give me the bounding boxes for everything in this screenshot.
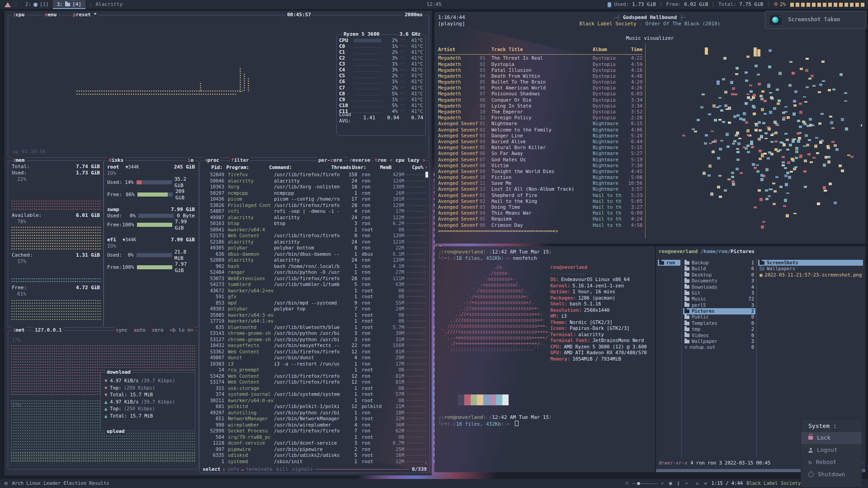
proc-signals-key[interactable]: signals — [292, 466, 313, 473]
process-row[interactable]: 998wireplumber /usr/bin/wireplumber4 ron… — [202, 422, 428, 428]
process-row[interactable]: 54273tumblerd /usr/lib/tumbler-1/tumb5 r… — [202, 282, 428, 288]
track-row[interactable]: Megadeth04 Death From Within Dystopia 4:… — [438, 73, 642, 79]
track-row[interactable]: Avenged Sevenf02 Welcome to the Family N… — [438, 127, 642, 133]
proc-sort-mode[interactable]: < cpu lazy > — [388, 157, 427, 164]
process-row[interactable]: 49303polybar polybar top7 ron24M 0.0 — [202, 306, 428, 312]
dir-entry[interactable]: ≡nohup.out0 — [683, 344, 755, 350]
track-row[interactable]: Megadeth07 Poisonous Shadows Dystopia 6:… — [438, 91, 642, 97]
update-interval[interactable]: 2000ms — [403, 12, 424, 18]
process-row[interactable]: 374systemd-journal /usr/lib/systemd/syst… — [202, 391, 428, 398]
menu-item-shutdown[interactable]: Shutdown — [801, 469, 862, 481]
playlist-pane[interactable]: Artist Track Title Album Time Megadeth01… — [438, 47, 642, 234]
process-row[interactable]: 53362Web Content /usr/lib/firefox/firefo… — [202, 349, 428, 355]
proc-terminate-key[interactable]: terminate — [246, 466, 273, 473]
btop-disks-panel[interactable]: disks io root▼344K245 GiB IO% · · · Used… — [103, 160, 199, 328]
ranger-home-column[interactable]: Backup1Build6Desktop0Documents3Downloads… — [683, 260, 755, 351]
track-row[interactable]: Megadeth09 Lying In State Dystopia 3:34 — [438, 103, 642, 109]
dir-entry[interactable]: ▣2022-03-11-21:57:23-screenshot.png — [758, 272, 863, 278]
process-row[interactable]: 635bluetoothd /usr/lib/bluetooth/blue1 r… — [202, 324, 428, 331]
dir-entry[interactable]: Build6 — [683, 266, 755, 272]
process-row[interactable]: 591gfx 1 root0B 0.5 — [202, 294, 428, 300]
track-row[interactable]: Avenged Sevenf05 Natural Born Killer Nig… — [438, 145, 642, 150]
btop-proc-panel[interactable]: 4proc filter per-core reverse tree < cpu… — [199, 160, 430, 473]
dir-entry[interactable]: Pictures2 — [683, 308, 755, 314]
dir-entry[interactable]: Wallpapers — [758, 266, 863, 272]
track-row[interactable]: Avenged Sevenf11 Save Me Nightmare 10:56 — [438, 180, 642, 186]
process-list[interactable]: 52849firefox /usr/lib/firefox/firefo158 … — [200, 171, 429, 465]
track-row[interactable]: Megadeth08 Conquer Or Die Dystopia 3:34 — [438, 97, 642, 103]
track-row[interactable]: Avenged Sevenf06 Crimson Day Hail to th … — [438, 222, 642, 228]
track-row[interactable]: Avenged Sevenf04 Buried Alive Nightmare … — [438, 139, 642, 145]
ranger-preview-column[interactable]: ScreenShotsWallpapers▣2022-03-11-21:57:2… — [758, 260, 863, 278]
dir-entry[interactable]: Public0 — [683, 314, 755, 320]
track-row[interactable]: Avenged Sevenf05 Requiem Hail to th 4:24 — [438, 216, 642, 222]
screenshot-notification[interactable]: Screenshot Taken — [765, 11, 866, 29]
process-row[interactable]: 10363Xorg /usr/lib/Xorg -nolisten18 ron1… — [202, 184, 428, 190]
proc-percore-toggle[interactable]: per-core — [317, 157, 344, 164]
process-row[interactable]: 53127chrome-gnome-sh /usr/bin/python /us… — [202, 337, 428, 343]
dir-entry[interactable]: perl53 — [683, 302, 755, 308]
process-row[interactable]: 1systemd /sbin/init1 root12M 0.0 — [202, 459, 428, 465]
proc-reverse-toggle[interactable]: reverse — [348, 157, 372, 164]
process-row[interactable]: 53174Web Content /usr/lib/firefox/firefo… — [202, 379, 428, 385]
process-row[interactable]: 52186alacritty alacritty24 ron121M 0.0 — [202, 239, 428, 245]
track-row[interactable]: Megadeth03 Fatal Illusion Dystopia 4:16 — [438, 67, 642, 73]
process-row[interactable]: 50046alacritty alacritty24 ron124M 9.0 — [202, 178, 428, 184]
dir-entry[interactable]: Documents3 — [683, 278, 755, 284]
process-row[interactable]: 30211kworker/u64:0-ev 1 root0B 0.0 — [202, 398, 428, 404]
process-row[interactable]: 584irq/79-rtw88_pc 1 root0B 0.0 — [202, 434, 428, 441]
dir-entry[interactable]: Videos0 — [683, 333, 755, 338]
dir-entry[interactable]: Templates0 — [683, 320, 755, 326]
process-row[interactable]: 43672kworker/u64:2+ev 1 root0B 0.5 — [202, 288, 428, 294]
process-row[interactable]: 636dbus-daemon /usr/bin/dbus-daemon --1 … — [202, 251, 428, 258]
process-row[interactable]: 54807rofi rofi -sep | -dmenu -i -4 ron17… — [202, 208, 428, 215]
process-row[interactable]: 53026Privileged Cont /usr/lib/firefox/fi… — [202, 202, 428, 209]
track-row[interactable]: Avenged Sevenf10 Fiction Nightmare 5:08 — [438, 174, 642, 180]
proc-scrollbar-thumb[interactable] — [425, 172, 428, 178]
track-row[interactable]: Avenged Sevenf01 Nightmare Nightmare 6:1… — [438, 121, 642, 127]
proc-filter-button[interactable]: filter — [230, 157, 250, 164]
track-row[interactable]: Avenged Sevenf04 This Means War Hail to … — [438, 210, 642, 216]
track-row[interactable]: Megadeth05 Bullet To The Brain Dystopia … — [438, 79, 642, 85]
menu-item-reboot[interactable]: ↻Reboot — [801, 456, 862, 469]
process-row[interactable]: 10436picom picom --config /home/ro17 ron… — [202, 196, 428, 202]
proc-kill-key[interactable]: kill — [276, 466, 288, 473]
track-row[interactable]: Megadeth02 Dystopia Dystopia 4:59 — [438, 61, 642, 67]
btop-cpu-panel[interactable]: 1cpu menu preset * 00:45:57 2000ms up 01… — [8, 15, 429, 158]
track-row[interactable]: Megadeth01 The Threat Is Real Dystopia 4… — [438, 56, 642, 61]
process-row[interactable]: 53428Web Content /usr/lib/firefox/firefo… — [202, 373, 428, 380]
dir-entry[interactable]: Git3 — [683, 290, 755, 296]
process-row[interactable]: 17719kworker/u64:1-ev 1 root0B 1.0 — [202, 318, 428, 324]
process-row[interactable]: 10383i3 i3 -a --restart /run/us1 ron17M … — [202, 361, 428, 367]
track-row[interactable]: Megadeth06 Post American World Dystopia … — [438, 85, 642, 91]
btop-net-panel[interactable]: 3net 127.0.0.1 sync auto zero <b lo n> 1… — [8, 330, 199, 469]
dir-entry[interactable]: Downloads4 — [683, 284, 755, 290]
process-row[interactable]: 50163btop btop3 ron6.2M 0.0 — [202, 221, 428, 227]
process-row[interactable]: 53073WebExtensions /usr/lib/firefox/fire… — [202, 276, 428, 282]
btop-mem-panel[interactable]: 2mem Total:7.74 GiB Used:1.73 GiB 22% Av… — [8, 160, 104, 328]
dir-entry[interactable]: Desktop0 — [683, 272, 755, 278]
process-row[interactable]: 35085kworker/u64:3-ev 1 root0B 0.0 — [202, 312, 428, 319]
track-row[interactable]: Avenged Sevenf07 God Hates Us Nightmare … — [438, 157, 642, 163]
track-row[interactable]: Avenged Sevenf03 Danger Line Nightmare 5… — [438, 133, 642, 139]
process-row[interactable]: 6335udisksd /usr/lib/udisks2/udisks5 roo… — [202, 452, 428, 459]
track-row[interactable]: Avenged Sevenf01 Shepherd of Fire Hail t… — [438, 192, 642, 198]
track-row[interactable]: Megadeth11 Foreign Policy Dystopia 2:28 — [438, 115, 642, 121]
net-controls[interactable]: sync auto zero <b lo n> — [114, 327, 195, 333]
process-row[interactable]: 52484ranger /usr/bin/python -O /usr1 ron… — [202, 269, 428, 276]
dir-entry[interactable]: ron — [658, 260, 680, 266]
menu-item-logout[interactable]: Logout — [801, 444, 862, 456]
process-row[interactable]: 1228dconf-service /usr/lib/dconf-service… — [202, 440, 428, 446]
process-row[interactable]: 52990Socket Process /usr/lib/firefox/fir… — [202, 428, 428, 434]
process-row[interactable]: 853mpd /usr/bin/mpd --systemd9 ron55M 0.… — [202, 300, 428, 306]
process-row[interactable]: 49807dunst /usr/bin/dunst4 ron29M 0.0 — [202, 355, 428, 361]
track-row[interactable]: Avenged Sevenf06 So Far Away Nightmare 5… — [438, 151, 642, 157]
track-row[interactable]: Avenged Sevenf02 Hail to the King Hail t… — [438, 198, 642, 204]
process-row[interactable]: 53143chrome-gnome-sh /usr/bin/python /us… — [202, 330, 428, 337]
process-row[interactable]: 49305polybar polybar bottom8 ron22M 0.5 — [202, 245, 428, 251]
prompt-line-4[interactable]: └(~)-(18 files, 432Kb)-> — [438, 421, 519, 427]
process-row[interactable]: 52849firefox /usr/lib/firefox/firefo158 … — [202, 172, 428, 178]
process-row[interactable]: 52089alacritty alacritty24 ron120M 0.0 — [202, 257, 428, 263]
menu-item-lock[interactable]: Lock — [801, 432, 862, 444]
dir-entry[interactable]: ScreenShots — [758, 260, 863, 266]
